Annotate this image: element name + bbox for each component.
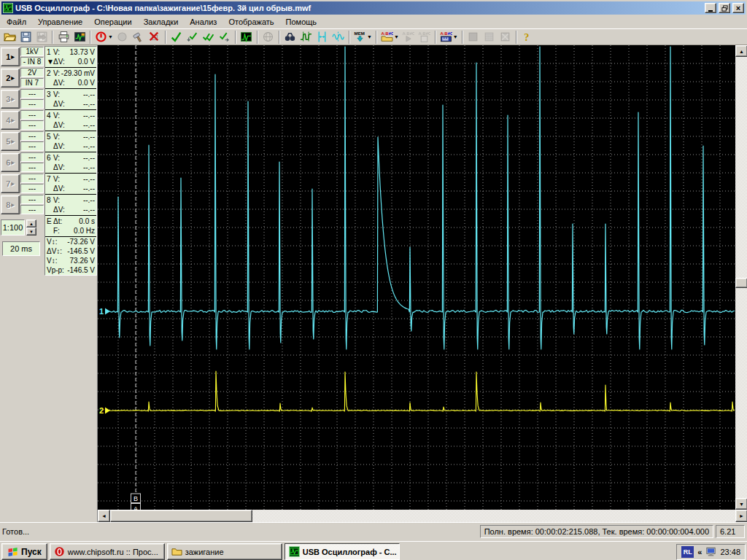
channel-row: 2▶2VIN 7	[0, 67, 44, 88]
main-area: 1▶1kV- IN 82▶2VIN 73▶------4▶------5▶---…	[0, 45, 747, 522]
abc-panel-button[interactable]: ▼	[438, 29, 460, 45]
toolbar-separator	[349, 31, 350, 44]
help-icon	[521, 31, 533, 43]
channel-settings: ------	[20, 152, 44, 172]
channel-gain[interactable]: 1kV	[20, 47, 44, 56]
channel-4-button[interactable]: 4▶	[1, 111, 20, 130]
channel-input[interactable]: - IN 8	[20, 57, 44, 66]
task-label: зажигание	[185, 548, 224, 556]
vertical-scroll-thumb[interactable]	[735, 278, 747, 288]
dropdown-arrow-icon[interactable]: ▼	[394, 34, 399, 39]
readout-channel-number: 3	[47, 90, 53, 99]
channel-input[interactable]: ---	[20, 205, 44, 214]
wave-markers-button[interactable]	[298, 29, 314, 45]
close-icon: ×	[736, 4, 740, 12]
start-button[interactable]: Пуск	[1, 543, 47, 560]
task-button-appicon[interactable]: USB Осциллограф - С...	[285, 543, 400, 560]
scope-display-area[interactable]: BA12	[98, 45, 735, 510]
restore-button[interactable]	[719, 3, 730, 13]
memory-button[interactable]: ▼	[352, 29, 374, 45]
channel-gain[interactable]: ---	[20, 152, 44, 162]
probe-ratio-value[interactable]: 1:100	[1, 219, 25, 236]
save-file-button[interactable]	[18, 29, 34, 45]
channel-8-button[interactable]: 8▶	[1, 195, 20, 214]
search-button[interactable]	[282, 29, 298, 45]
channel-gain[interactable]: ---	[20, 174, 44, 183]
channel-input[interactable]: IN 7	[20, 78, 44, 88]
scroll-left-button[interactable]: ◄	[98, 510, 110, 522]
export-image-button[interactable]	[71, 29, 88, 45]
window-title: USB Осциллограф - C:\Новая папка\зажиган…	[15, 4, 703, 12]
channel-2-button[interactable]: 2▶	[1, 69, 20, 88]
help-button[interactable]	[519, 29, 535, 45]
scroll-up-button[interactable]: ▲	[735, 45, 747, 57]
channel-5-button[interactable]: 5▶	[1, 132, 20, 151]
horizontal-scroll-thumb[interactable]	[110, 510, 252, 522]
dropdown-arrow-icon[interactable]: ▼	[367, 34, 372, 39]
ratio-up-button[interactable]: ▲	[26, 219, 36, 228]
minimize-button[interactable]	[705, 3, 716, 13]
scope-display-button[interactable]	[239, 29, 255, 45]
ratio-down-button[interactable]: ▼	[26, 228, 36, 236]
check-forward-button[interactable]	[217, 29, 233, 45]
channel-6-button[interactable]: 6▶	[1, 153, 20, 172]
square-x-button	[498, 29, 514, 45]
menu-item-Закладки[interactable]: Закладки	[138, 16, 185, 28]
apply-check-button[interactable]	[169, 29, 185, 45]
task-button-opera[interactable]: www.chipsoft.ru :: Прос...	[50, 543, 165, 560]
menu-bar: ФайлУправлениеОперацииЗакладкиАнализОтоб…	[0, 15, 747, 28]
tray-collapse-button[interactable]: «	[697, 548, 702, 556]
channel-input[interactable]: ---	[20, 99, 44, 109]
menu-item-Анализ[interactable]: Анализ	[184, 16, 222, 28]
channel-row: 4▶------	[0, 109, 44, 131]
power-button[interactable]: ▼	[93, 29, 115, 45]
channel-3-button[interactable]: 3▶	[1, 90, 20, 109]
channel-gain[interactable]: ---	[20, 110, 44, 120]
scroll-right-button[interactable]: ►	[735, 510, 747, 522]
channel-input[interactable]: ---	[20, 184, 44, 193]
readout-line: ▼ΔV:0.0 V	[47, 57, 95, 66]
vertical-scrollbar[interactable]: ▲ ▼	[735, 45, 747, 510]
dropdown-arrow-icon[interactable]: ▼	[108, 34, 113, 39]
menu-item-Помощь[interactable]: Помощь	[280, 16, 323, 28]
check-all-button[interactable]	[201, 29, 217, 45]
language-indicator[interactable]: RL	[681, 546, 694, 558]
abc-open-button[interactable]: ▼	[379, 29, 400, 45]
open-file-button[interactable]	[1, 29, 18, 45]
menu-item-Операции[interactable]: Операции	[88, 16, 137, 28]
channel-gain[interactable]: ---	[20, 195, 44, 204]
close-button[interactable]: ×	[732, 3, 744, 13]
menu-item-Отображать[interactable]: Отображать	[222, 16, 279, 28]
task-button-folder[interactable]: зажигание	[167, 543, 282, 560]
channel-input[interactable]: ---	[20, 141, 44, 151]
display-tray-icon[interactable]	[705, 546, 716, 557]
channel-7-button[interactable]: 7▶	[1, 174, 20, 193]
web-icon	[262, 31, 274, 43]
clock[interactable]: 23:48	[720, 548, 740, 556]
channel-1-marker[interactable]: 1	[99, 307, 110, 316]
print-button[interactable]	[55, 29, 71, 45]
tools-button[interactable]	[131, 29, 147, 45]
scroll-down-button[interactable]: ▼	[735, 498, 747, 510]
channel-input[interactable]: ---	[20, 163, 44, 172]
channel-1-button[interactable]: 1▶	[1, 47, 20, 66]
wave-cursor-button[interactable]	[330, 29, 347, 45]
readout-line: ΔV:--.--	[47, 184, 95, 193]
dropdown-arrow-icon[interactable]: ▼	[453, 34, 458, 39]
measure-value: -73.26 V	[67, 237, 95, 246]
apply-check-icon	[170, 31, 182, 43]
channel-gain[interactable]: 2V	[20, 68, 44, 77]
cursors-button[interactable]	[314, 29, 330, 45]
menu-item-Управление[interactable]: Управление	[32, 16, 88, 28]
channel-2-marker[interactable]: 2	[99, 406, 110, 415]
square-dither-icon	[483, 31, 495, 43]
delete-marks-button[interactable]	[147, 29, 163, 45]
horizontal-scrollbar[interactable]: ◄ ►	[98, 510, 747, 522]
channel-gain[interactable]: ---	[20, 89, 44, 98]
timebase-value[interactable]: 20 ms	[2, 241, 40, 256]
channel-input[interactable]: ---	[20, 120, 44, 130]
channel-readout: 4V:--.--ΔV:--.--	[45, 110, 96, 131]
menu-item-Файл[interactable]: Файл	[1, 16, 32, 28]
channel-gain[interactable]: ---	[20, 131, 44, 141]
check-back-button[interactable]	[185, 29, 201, 45]
